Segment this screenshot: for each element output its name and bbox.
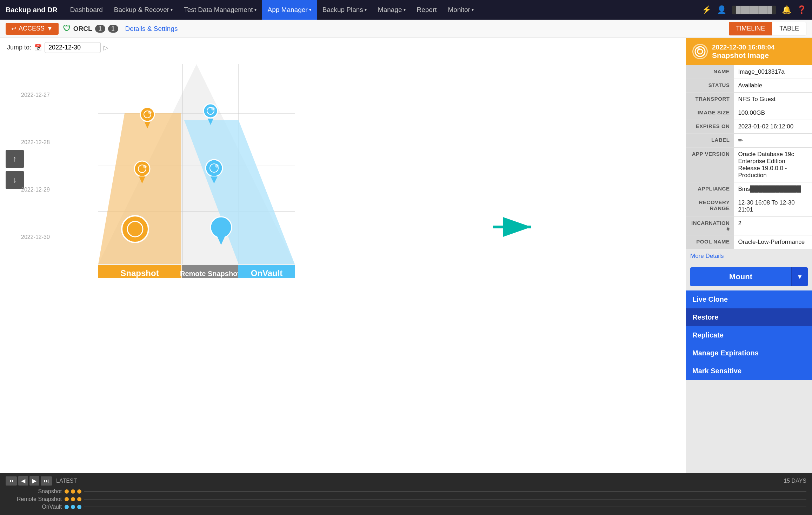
mount-button[interactable]: Mount <box>690 267 791 286</box>
host-badge: 🛡 ORCL 1 1 <box>63 24 118 33</box>
field-label-transport: TRANSPORT <box>686 93 734 106</box>
scrubber-dots-snapshot <box>65 489 81 494</box>
nav-backup-plans[interactable]: Backup Plans ▾ <box>317 0 372 20</box>
timeline-button[interactable]: TIMELINE <box>729 22 772 35</box>
field-value-incarnation: 2 <box>734 217 812 235</box>
filter-icon[interactable]: ⚡ <box>702 5 711 14</box>
main-content: Jump to: 📅 ▷ ↑ ↓ 2022-12-27 2022-12-28 2… <box>0 38 812 473</box>
panel-header: 2022-12-30 16:08:04 Snapshot Image <box>686 38 812 65</box>
svg-point-15 <box>143 165 147 168</box>
info-table: NAME Image_0013317a STATUS Available TRA… <box>686 65 812 249</box>
scrubber-prev-button[interactable]: ◀ <box>18 476 28 486</box>
table-row: APP VERSION Oracle Database 19c Enterpri… <box>686 148 812 182</box>
field-value-pool-name: Oracle-Low-Performance <box>734 235 812 249</box>
date-labels: 2022-12-27 2022-12-28 2022-12-29 2022-12… <box>21 71 50 261</box>
dropdown-item-manage-expirations[interactable]: Manage Expirations <box>686 344 812 362</box>
scrubber-next-button[interactable]: ▶ <box>29 476 39 486</box>
field-value-label[interactable]: ✏ <box>734 134 812 148</box>
field-value-transport: NFS To Guest <box>734 93 812 106</box>
panel-datetime: 2022-12-30 16:08:04 <box>712 44 775 51</box>
mount-dropdown-button[interactable]: ▼ <box>791 267 808 286</box>
chevron-icon: ▾ <box>254 7 257 12</box>
scrubber-last-button[interactable]: ⏭ <box>41 476 52 486</box>
access-button[interactable]: ↩ ACCESS ▼ <box>6 23 59 35</box>
table-button[interactable]: TABLE <box>772 22 806 35</box>
svg-point-9 <box>140 107 154 121</box>
jump-label: Jump to: <box>7 44 31 51</box>
scrubber-label-onvault: OnVault <box>6 504 62 510</box>
scrubber-line <box>84 507 806 507</box>
scrubber-days-label: 15 DAYS <box>784 478 806 484</box>
date-label-4: 2022-12-30 <box>21 234 50 240</box>
count-badge-1: 1 <box>95 25 105 33</box>
app-brand: Backup and DR <box>6 6 58 14</box>
calendar-icon[interactable]: 📅 <box>34 44 42 52</box>
scrubber-nav: ⏮ ◀ ▶ ⏭ LATEST 15 DAYS <box>6 476 806 486</box>
nav-manage[interactable]: Manage ▾ <box>372 0 411 20</box>
field-value-app-version: Oracle Database 19c Enterprise Edition R… <box>734 148 812 182</box>
svg-text:Snapshot: Snapshot <box>120 268 159 278</box>
more-details-link[interactable]: More Details <box>686 249 812 263</box>
snapshot-selected-pin[interactable] <box>122 216 148 242</box>
chevron-icon: ▾ <box>309 7 311 12</box>
field-label-label: LABEL <box>686 134 734 148</box>
svg-point-23 <box>206 160 222 176</box>
dot-2 <box>71 489 75 494</box>
svg-point-25 <box>215 164 219 168</box>
table-row: LABEL ✏ <box>686 134 812 148</box>
scrubber-dots-remote <box>65 497 81 501</box>
dot-6 <box>77 497 81 501</box>
field-value-status: Available <box>734 79 812 93</box>
svg-point-17 <box>122 216 148 242</box>
scrubber-latest-label: LATEST <box>56 478 77 484</box>
sub-navigation: ↩ ACCESS ▼ 🛡 ORCL 1 1 Details & Settings… <box>0 20 812 38</box>
field-label-expires-on: EXPIRES ON <box>686 120 734 134</box>
dropdown-item-mark-sensitive[interactable]: Mark Sensitive <box>686 362 812 380</box>
dropdown-arrow-icon: ▼ <box>47 25 53 32</box>
nav-backup-recover[interactable]: Backup & Recover ▾ <box>108 0 178 20</box>
field-value-recovery-range: 12-30 16:08 To 12-30 21:01 <box>734 196 812 217</box>
svg-point-27 <box>211 217 232 238</box>
dropdown-item-live-clone[interactable]: Live Clone <box>686 290 812 308</box>
details-settings-link[interactable]: Details & Settings <box>125 25 178 33</box>
date-label-2: 2022-12-28 <box>21 139 50 146</box>
scrubber-label-remote-snapshot: Remote Snapshot <box>6 496 62 502</box>
dropdown-item-restore[interactable]: Restore <box>686 308 812 326</box>
jump-nav-icon[interactable]: ▷ <box>104 44 108 52</box>
edit-icon[interactable]: ✏ <box>738 137 743 144</box>
bell-icon[interactable]: 🔔 <box>782 5 791 14</box>
user-icon[interactable]: 👤 <box>717 5 726 14</box>
svg-point-11 <box>148 111 152 114</box>
username-label[interactable]: ████████ <box>732 6 776 14</box>
field-value-appliance: Bms████████████ <box>734 182 812 196</box>
dot-1 <box>65 489 69 494</box>
nav-test-data[interactable]: Test Data Management ▾ <box>178 0 262 20</box>
table-row: RECOVERY RANGE 12-30 16:08 To 12-30 21:0… <box>686 196 812 217</box>
dropdown-item-replicate[interactable]: Replicate <box>686 326 812 344</box>
scrubber-row-remote-snapshot: Remote Snapshot <box>6 496 806 502</box>
jump-date-input[interactable] <box>45 42 101 53</box>
dot-9 <box>77 505 81 509</box>
svg-text:Remote Snapshot: Remote Snapshot <box>180 270 240 277</box>
svg-point-40 <box>697 47 700 50</box>
help-icon[interactable]: ❓ <box>797 5 806 14</box>
bottom-scrubber: ⏮ ◀ ▶ ⏭ LATEST 15 DAYS Snapshot Remote S… <box>0 473 812 515</box>
top-navigation: Backup and DR Dashboard Backup & Recover… <box>0 0 812 20</box>
scrubber-dots-onvault <box>65 505 81 509</box>
table-row: POOL NAME Oracle-Low-Performance <box>686 235 812 249</box>
dropdown-menu: Live Clone Restore Replicate Manage Expi… <box>686 290 812 380</box>
dot-5 <box>71 497 75 501</box>
arrow-indicator <box>489 216 538 240</box>
panel-header-text: 2022-12-30 16:08:04 Snapshot Image <box>712 44 775 60</box>
chevron-icon: ▾ <box>365 7 367 12</box>
scrubber-line <box>84 499 806 500</box>
scrubber-label-snapshot: Snapshot <box>6 488 62 495</box>
field-label-app-version: APP VERSION <box>686 148 734 182</box>
nav-monitor[interactable]: Monitor ▾ <box>442 0 479 20</box>
field-value-image-size: 100.00GB <box>734 106 812 120</box>
scrubber-first-button[interactable]: ⏮ <box>6 476 17 486</box>
host-name: ORCL <box>73 25 92 33</box>
nav-app-manager[interactable]: App Manager ▾ <box>262 0 317 20</box>
nav-report[interactable]: Report <box>411 0 442 20</box>
nav-dashboard[interactable]: Dashboard <box>65 0 108 20</box>
